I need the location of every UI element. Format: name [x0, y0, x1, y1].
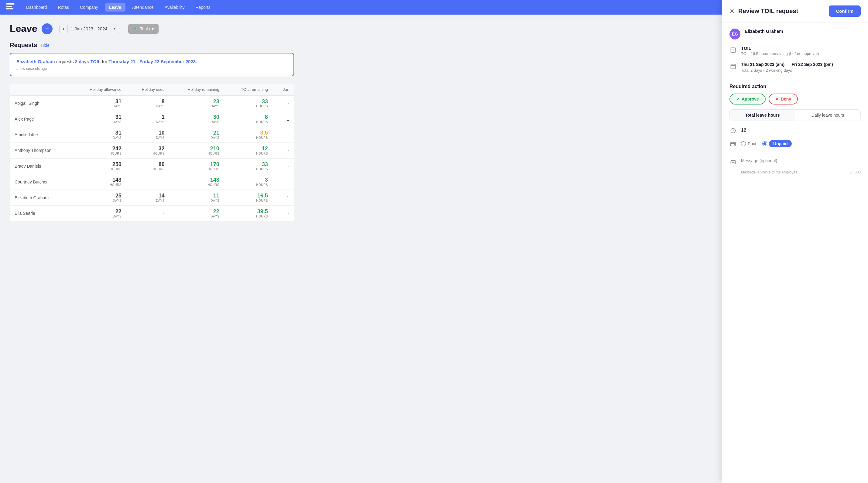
confirm-button[interactable]: Confirm — [829, 5, 861, 17]
date-range: Thu 21 Sep 2023 (am) – Fri 22 Sep 2023 (… — [741, 62, 833, 67]
employee-name-cell: Amelie Little — [10, 127, 71, 143]
prev-period-button[interactable]: ‹ — [59, 25, 68, 33]
paid-option[interactable]: Paid — [741, 141, 756, 146]
payment-row: Paid Unpaid — [730, 140, 861, 148]
avatar: EG — [730, 29, 740, 39]
employee-name-cell: Abigail Singh — [10, 95, 71, 111]
requests-title: Requests — [10, 42, 37, 49]
data-cell: - — [126, 174, 169, 190]
employee-name-cell: Alex Page — [10, 111, 71, 127]
data-cell: 10DAYS — [126, 127, 169, 143]
nav-availability[interactable]: Availability — [160, 3, 189, 11]
col-holiday-allowance: Holiday allowance — [71, 84, 126, 96]
data-cell: 31DAYS — [71, 127, 126, 143]
wallet-icon — [730, 140, 737, 148]
tab-toggle: Total leave hours Daily leave hours — [730, 109, 861, 121]
data-cell: 39.5HOURS — [224, 206, 273, 221]
nav-leave[interactable]: Leave — [105, 3, 125, 11]
unpaid-option[interactable]: Unpaid — [762, 140, 792, 147]
svg-rect-3 — [731, 48, 736, 52]
data-cell: 31DAYS — [71, 111, 126, 127]
table-row: Elizabeth Graham25DAYS14DAYS11DAYS16.5HO… — [10, 190, 294, 206]
request-leave-amount: 2 days TOIL — [75, 59, 101, 64]
request-preposition: for — [102, 59, 109, 64]
request-date-range: Thursday 21 - Friday 22 September 2023. — [108, 59, 197, 64]
nav-dashboard[interactable]: Dashboard — [22, 3, 51, 11]
data-cell: 23DAYS — [169, 95, 224, 111]
table-row: Amelie Little31DAYS10DAYS21DAYS3.5HOURS- — [10, 127, 294, 143]
request-employee-name: Elizabeth Graham — [17, 59, 55, 64]
review-panel: ✕ Review TOIL request Confirm EG Elizabe… — [722, 0, 868, 230]
deny-label: Deny — [781, 97, 791, 101]
svg-point-13 — [734, 144, 735, 145]
data-cell: 210HOURS — [169, 142, 224, 158]
nav-reports[interactable]: Reports — [191, 3, 215, 11]
tools-button[interactable]: 🔧 Tools ▾ — [128, 24, 159, 34]
data-cell: 30DAYS — [169, 111, 224, 127]
wrench-icon: 🔧 — [133, 26, 138, 31]
requests-header: Requests Hide — [10, 42, 294, 49]
data-cell: 21DAYS — [169, 127, 224, 143]
request-text: Elizabeth Graham requests 2 days TOIL fo… — [17, 58, 287, 65]
table-row: Courtney Butcher143HOURS-143HOURS3HOURS- — [10, 174, 294, 190]
x-icon: ✕ — [775, 97, 779, 101]
approve-label: Approve — [742, 97, 759, 101]
message-icon — [730, 159, 737, 166]
add-button[interactable]: + — [42, 23, 53, 34]
tools-label: Tools — [140, 26, 150, 31]
jan-cell: - — [273, 127, 294, 143]
hours-row: 16 — [730, 126, 861, 134]
action-buttons: ✓ Approve ✕ Deny — [730, 94, 861, 104]
table-row: Alex Page31DAYS1DAYS30DAYS8HOURS1 — [10, 111, 294, 127]
paid-label: Paid — [748, 141, 756, 146]
next-period-button[interactable]: › — [111, 25, 119, 33]
hide-link[interactable]: Hide — [41, 43, 50, 48]
leave-type-sub: TOIL 16.5 hours remaining (before approv… — [741, 51, 819, 56]
request-card[interactable]: Elizabeth Graham requests 2 days TOIL fo… — [10, 53, 294, 76]
date-row: Thu 21 Sep 2023 (am) – Fri 22 Sep 2023 (… — [730, 62, 861, 73]
col-holiday-used: Holiday used — [126, 84, 169, 96]
data-cell: 16.5HOURS — [224, 190, 273, 206]
date-separator: – — [787, 62, 789, 67]
jan-cell: - — [273, 158, 294, 174]
paid-radio[interactable] — [741, 141, 746, 146]
unpaid-label-selected: Unpaid — [769, 140, 792, 147]
deny-button[interactable]: ✕ Deny — [769, 94, 798, 104]
hours-value: 16 — [741, 128, 746, 133]
nav-company[interactable]: Company — [76, 3, 102, 11]
message-visibility: Message is visible to the employee — [741, 170, 798, 174]
svg-rect-1 — [6, 6, 12, 7]
jan-cell: - — [273, 95, 294, 111]
avatar-initials: EG — [732, 32, 738, 36]
svg-rect-2 — [6, 8, 13, 9]
required-action-label: Required action — [730, 84, 861, 89]
approve-button[interactable]: ✓ Approve — [730, 94, 766, 104]
daily-hours-tab[interactable]: Daily leave hours — [795, 110, 860, 121]
employee-name-cell: Anthony Thompson — [10, 142, 71, 158]
leave-table: Holiday allowance Holiday used Holiday r… — [10, 84, 294, 221]
page-title: Leave — [10, 23, 37, 34]
svg-rect-7 — [731, 64, 736, 69]
data-cell: 170HOURS — [169, 158, 224, 174]
message-count: 0 / 300 — [849, 170, 861, 174]
date-icon — [730, 63, 737, 70]
data-cell: 143HOURS — [169, 174, 224, 190]
panel-title: Review TOIL request — [738, 8, 798, 14]
data-cell: 32HOURS — [126, 142, 169, 158]
employee-name: Elizabeth Graham — [745, 29, 783, 34]
nav-attendance[interactable]: Attendance — [128, 3, 158, 11]
date-meta: Total 2 days • 2 working days — [741, 68, 833, 73]
table-row: Brady Daniels250HOURS80HOURS170HOURS33HO… — [10, 158, 294, 174]
message-input[interactable] — [741, 158, 861, 168]
employee-row: EG Elizabeth Graham — [730, 29, 861, 39]
clock-icon — [730, 127, 737, 134]
data-cell: 33HOURS — [224, 158, 273, 174]
close-button[interactable]: ✕ — [730, 8, 735, 14]
svg-rect-0 — [6, 3, 14, 5]
unpaid-radio[interactable] — [762, 141, 767, 146]
jan-cell: 1 — [273, 190, 294, 206]
table-row: Ella Searle22DAYS-22DAYS39.5HOURS- — [10, 206, 294, 221]
data-cell: 143HOURS — [71, 174, 126, 190]
nav-rotas[interactable]: Rotas — [54, 3, 73, 11]
total-hours-tab[interactable]: Total leave hours — [730, 110, 795, 121]
